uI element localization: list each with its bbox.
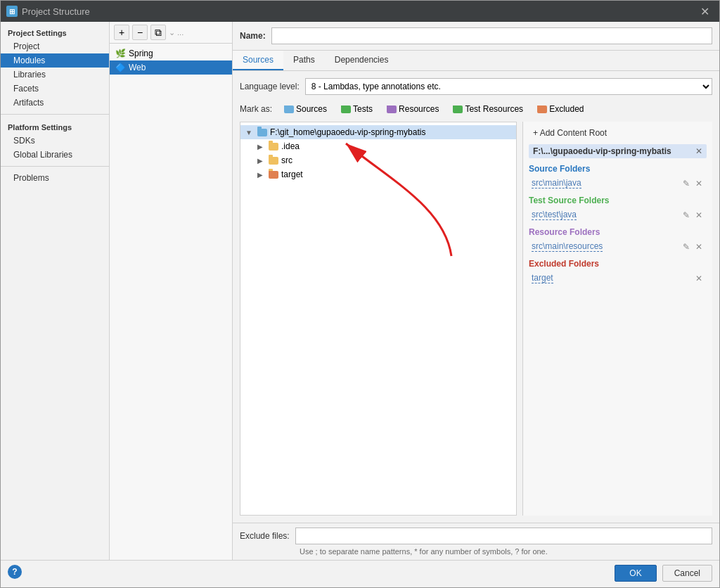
tree-item-target[interactable]: ▶ target [240, 167, 516, 181]
add-module-button[interactable]: + [114, 25, 129, 40]
name-row: Name: [233, 22, 719, 51]
sidebar-item-artifacts[interactable]: Artifacts [1, 96, 109, 110]
window-title: Project Structure [22, 6, 90, 17]
module-name-display: ⌄ ... [169, 28, 184, 37]
close-button[interactable]: ✕ [696, 4, 714, 20]
copy-module-button[interactable]: ⧉ [150, 25, 166, 40]
sidebar-item-problems[interactable]: Problems [1, 171, 109, 185]
app-icon: ⊞ [6, 6, 18, 17]
tree-item-idea[interactable]: ▶ .idea [240, 139, 516, 153]
edit-source-folder-button[interactable]: ✎ [681, 179, 691, 188]
remove-test-folder-button[interactable]: ✕ [694, 210, 704, 220]
source-folder-entry: src\main\java ✎ ✕ [529, 177, 707, 190]
name-input[interactable] [271, 27, 712, 44]
excluded-folder-path: target [532, 273, 553, 283]
expand-icon[interactable]: ▼ [243, 127, 255, 138]
remove-module-button[interactable]: − [132, 25, 148, 40]
expand-icon-idea[interactable]: ▶ [255, 141, 266, 152]
sidebar-item-sdks[interactable]: SDKs [1, 134, 109, 148]
excluded-folder-icon [537, 106, 547, 113]
tests-folder-icon [341, 106, 351, 113]
target-folder-icon [269, 171, 278, 179]
tab-paths[interactable]: Paths [283, 51, 325, 70]
excluded-folder-entry: target ✕ [529, 271, 707, 285]
mark-resources-button[interactable]: Resources [382, 102, 444, 116]
resource-folders-title: Resource Folders [529, 227, 707, 237]
content-root-close-button[interactable]: ✕ [695, 146, 702, 156]
main-content: Name: Sources Paths Dependencies La [233, 22, 719, 560]
exclude-files-bar: Exclude files: Use ; to separate name pa… [233, 523, 719, 560]
sidebar-divider [1, 114, 109, 115]
sidebar-item-global-libraries[interactable]: Global Libraries [1, 148, 109, 162]
idea-folder-icon [269, 143, 278, 151]
src-folder-icon [269, 157, 278, 165]
edit-resource-folder-button[interactable]: ✎ [681, 242, 691, 252]
exclude-files-input[interactable] [295, 528, 712, 544]
ok-button[interactable]: OK [615, 565, 656, 582]
mark-excluded-button[interactable]: Excluded [532, 102, 589, 116]
test-source-folder-path: src\test\java [532, 210, 577, 220]
web-icon: 🔷 [115, 63, 126, 72]
tab-sources[interactable]: Sources [233, 51, 283, 70]
exclude-files-label: Exclude files: [240, 531, 290, 541]
spring-icon: 🌿 [115, 49, 126, 58]
exclude-row: Exclude files: [240, 528, 712, 544]
tab-dependencies[interactable]: Dependencies [325, 51, 399, 70]
tree-item-root[interactable]: ▼ F:\git_home\gupaoedu-vip-spring-mybati… [240, 125, 516, 139]
edit-test-folder-button[interactable]: ✎ [681, 210, 691, 220]
sources-content: Language level: 8 - Lambdas, type annota… [233, 71, 719, 523]
sidebar: Project Settings Project Modules Librari… [1, 22, 110, 560]
file-tree[interactable]: ▼ F:\git_home\gupaoedu-vip-spring-mybati… [240, 122, 517, 516]
help-button[interactable]: ? [8, 565, 22, 579]
mark-as-row: Mark as: Sources Tests Resources [240, 102, 712, 116]
sources-folder-icon [284, 106, 294, 113]
project-settings-header: Project Settings [1, 25, 109, 39]
root-folder-icon [257, 129, 267, 136]
module-item-web[interactable]: 🔷 Web [110, 60, 232, 75]
source-folder-path: src\main\java [532, 178, 581, 188]
modules-toolbar: + − ⧉ ⌄ ... [110, 22, 232, 44]
source-folders-title: Source Folders [529, 164, 707, 174]
mark-tests-button[interactable]: Tests [336, 102, 378, 116]
language-level-select[interactable]: 8 - Lambdas, type annotations etc. [305, 78, 712, 95]
expand-icon-src[interactable]: ▶ [255, 155, 266, 166]
modules-list: 🌿 Spring 🔷 Web [110, 44, 232, 560]
content-root-path: F:\...\gupaoedu-vip-spring-mybatis [533, 146, 671, 156]
sources-body: ▼ F:\git_home\gupaoedu-vip-spring-mybati… [240, 122, 712, 516]
mark-as-label: Mark as: [240, 104, 272, 114]
add-content-root-button[interactable]: + Add Content Root [529, 126, 707, 140]
resource-folder-entry: src\main\resources ✎ ✕ [529, 240, 707, 253]
language-level-label: Language level: [240, 82, 300, 91]
test-source-folders-title: Test Source Folders [529, 196, 707, 205]
mark-test-resources-button[interactable]: Test Resources [448, 102, 528, 116]
language-level-row: Language level: 8 - Lambdas, type annota… [240, 78, 712, 95]
expand-icon-target[interactable]: ▶ [255, 169, 266, 180]
sidebar-item-project[interactable]: Project [1, 39, 109, 53]
remove-resource-folder-button[interactable]: ✕ [694, 242, 704, 252]
resources-folder-icon [387, 106, 397, 113]
remove-source-folder-button[interactable]: ✕ [694, 179, 704, 188]
content-root-header: F:\...\gupaoedu-vip-spring-mybatis ✕ [529, 144, 707, 158]
test-resources-folder-icon [453, 106, 463, 113]
sidebar-item-modules[interactable]: Modules [1, 53, 109, 68]
tabs-row: Sources Paths Dependencies [233, 51, 719, 71]
resource-folder-path: src\main\resources [532, 241, 603, 252]
name-label: Name: [240, 31, 266, 41]
resource-folders-section: Resource Folders src\main\resources ✎ ✕ [529, 227, 707, 253]
sidebar-item-facets[interactable]: Facets [1, 82, 109, 96]
test-source-folder-entry: src\test\java ✎ ✕ [529, 208, 707, 222]
source-folders-section: Source Folders src\main\java ✎ ✕ [529, 164, 707, 190]
tree-item-src[interactable]: ▶ src [240, 153, 516, 167]
exclude-files-hint: Use ; to separate name patterns, * for a… [240, 547, 712, 556]
module-item-spring[interactable]: 🌿 Spring [110, 46, 232, 60]
dialog-buttons: ? OK Cancel [1, 560, 719, 587]
test-source-folders-section: Test Source Folders src\test\java ✎ ✕ [529, 196, 707, 222]
excluded-folders-title: Excluded Folders [529, 259, 707, 269]
sidebar-divider-2 [1, 166, 109, 167]
cancel-button[interactable]: Cancel [662, 565, 712, 582]
mark-sources-button[interactable]: Sources [279, 102, 332, 116]
right-info-panel: + Add Content Root F:\...\gupaoedu-vip-s… [522, 122, 712, 516]
remove-excluded-folder-button[interactable]: ✕ [694, 274, 704, 283]
excluded-folders-section: Excluded Folders target ✕ [529, 259, 707, 285]
sidebar-item-libraries[interactable]: Libraries [1, 68, 109, 82]
